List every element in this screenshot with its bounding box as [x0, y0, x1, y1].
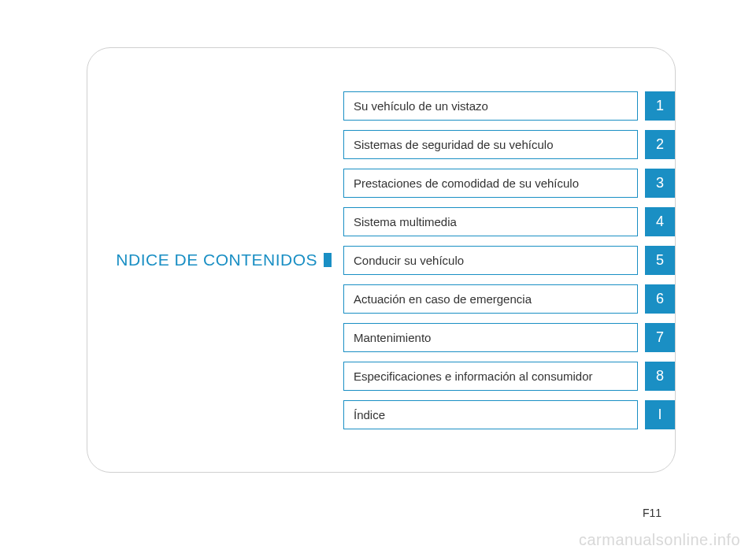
toc-item[interactable]: Su vehículo de un vistazo 1: [343, 91, 675, 121]
toc-item-number: 2: [645, 130, 675, 159]
toc-item-label: Sistemas de seguridad de su vehículo: [343, 130, 638, 159]
title-marker-icon: [324, 253, 332, 267]
toc-title: NDICE DE CONTENIDOS: [116, 251, 317, 269]
title-section: NDICE DE CONTENIDOS: [87, 251, 343, 269]
toc-item-label: Sistema multimedia: [343, 207, 638, 236]
toc-item-number: 3: [645, 169, 675, 198]
page-frame: NDICE DE CONTENIDOS Su vehículo de un vi…: [87, 47, 676, 473]
toc-item-label: Conducir su vehículo: [343, 246, 638, 275]
toc-item-label: Mantenimiento: [343, 323, 638, 352]
toc-item-number: 8: [645, 362, 675, 391]
toc-item[interactable]: Especificaciones e información al consum…: [343, 362, 675, 391]
toc-item[interactable]: Conducir su vehículo 5: [343, 246, 675, 275]
toc-item-label: Índice: [343, 400, 638, 429]
toc-item-number: 6: [645, 284, 675, 314]
toc-item[interactable]: Índice I: [343, 400, 675, 429]
toc-list: Su vehículo de un vistazo 1 Sistemas de …: [343, 77, 675, 444]
toc-item-number: 5: [645, 246, 675, 275]
toc-item-number: 1: [645, 91, 675, 121]
toc-item-number: 4: [645, 207, 675, 236]
page-number: F11: [643, 507, 662, 519]
toc-item[interactable]: Mantenimiento 7: [343, 323, 675, 352]
toc-item-label: Especificaciones e información al consum…: [343, 362, 638, 391]
toc-item-label: Prestaciones de comodidad de su vehículo: [343, 169, 638, 198]
toc-item[interactable]: Sistema multimedia 4: [343, 207, 675, 236]
toc-item-label: Actuación en caso de emergencia: [343, 284, 638, 314]
toc-item-label: Su vehículo de un vistazo: [343, 91, 638, 121]
toc-item[interactable]: Prestaciones de comodidad de su vehículo…: [343, 169, 675, 198]
watermark: carmanualsonline.info: [579, 531, 740, 549]
toc-item-number: I: [645, 400, 675, 429]
toc-item-number: 7: [645, 323, 675, 352]
toc-item[interactable]: Sistemas de seguridad de su vehículo 2: [343, 130, 675, 159]
toc-item[interactable]: Actuación en caso de emergencia 6: [343, 284, 675, 314]
